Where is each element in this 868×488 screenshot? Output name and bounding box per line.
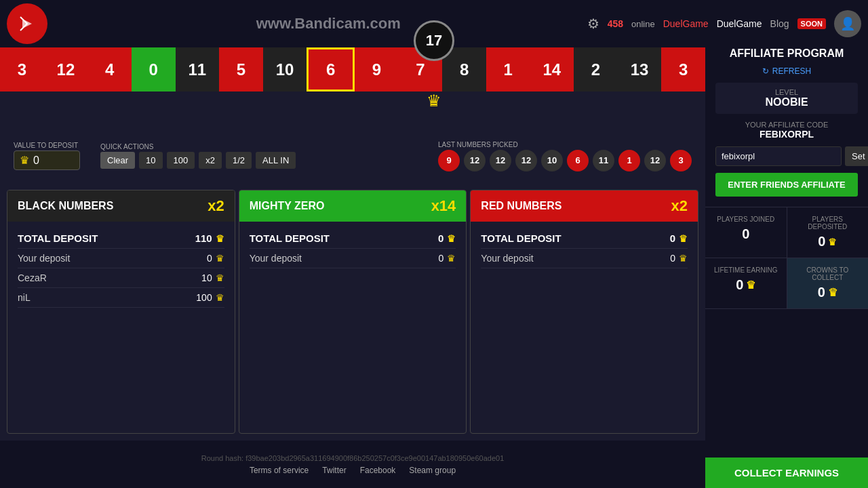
num-cell-13[interactable]: 2: [574, 47, 618, 92]
last-numbers-section: LAST NUMBERS PICKED 9121212106111123: [438, 141, 692, 171]
num-cell-7[interactable]: 6: [307, 47, 355, 92]
round-hash: Round hash: f39bae203bd2965a311694900f86…: [201, 454, 505, 462]
footer-tos[interactable]: Terms of service: [250, 466, 309, 475]
nav-duel-active[interactable]: DuelGame: [663, 18, 709, 29]
value-deposit-label: VALUE TO DEPOSIT: [14, 142, 80, 149]
black-player-1-name: CezaR: [18, 272, 47, 283]
crowns-collect-value: 0 ♛: [795, 285, 861, 300]
level-box: LEVEL NOOBIE: [715, 83, 858, 114]
num-cell-1[interactable]: 12: [44, 47, 88, 92]
red-your-deposit-value: 0: [670, 253, 675, 264]
last-num-7: 1: [618, 150, 640, 171]
black-player-2-value: 100: [196, 292, 212, 303]
num-cell-14[interactable]: 13: [618, 47, 662, 92]
black-player-2-row: niL 100 ♛: [18, 288, 224, 308]
value-deposit-input[interactable]: [33, 155, 74, 167]
footer: Round hash: f39bae203bd2965a311694900f86…: [0, 441, 705, 488]
red-total-row: TOTAL DEPOSIT 0 ♛: [481, 228, 688, 249]
black-your-deposit-value: 0: [207, 253, 212, 264]
crowns-collect-box: CROWNS TO COLLECT 0 ♛: [787, 258, 869, 308]
nav-duel[interactable]: DuelGame: [717, 18, 762, 29]
black-total-amount: 110 ♛: [195, 232, 224, 244]
clear-button[interactable]: Clear: [100, 152, 135, 169]
black-player-1-row: CezaR 10 ♛: [18, 268, 224, 288]
quick-buttons: Clear 10 100 x2 1/2 ALL IN: [100, 152, 296, 169]
last-numbers-label: LAST NUMBERS PICKED: [438, 141, 692, 148]
btn-half[interactable]: 1/2: [226, 152, 252, 169]
deposited-crown: ♛: [828, 237, 837, 247]
level-value: NOOBIE: [721, 96, 852, 108]
refresh-label: REFRESH: [772, 66, 811, 76]
black-total-value: 110: [195, 232, 212, 244]
black-total-row: TOTAL DEPOSIT 110 ♛: [18, 228, 224, 249]
quick-actions-section: QUICK ACTIONS Clear 10 100 x2 1/2 ALL IN: [100, 143, 296, 169]
gear-icon[interactable]: ⚙: [587, 16, 599, 32]
sidebar: 👤 ◀ ⊞ 💬 AFFILIATE PROGRAM ↻ REFRESH LEVE…: [705, 0, 868, 488]
num-cell-4[interactable]: 11: [176, 47, 220, 92]
num-cell-0[interactable]: 3: [0, 47, 44, 92]
green-total-crown: ♛: [447, 233, 456, 244]
footer-twitter[interactable]: Twitter: [322, 466, 346, 475]
footer-links: Terms of service Twitter Facebook Steam …: [250, 466, 456, 475]
betting-area: BLACK NUMBERS x2 TOTAL DEPOSIT 110 ♛ You…: [0, 183, 705, 441]
black-your-deposit-amount: 0 ♛: [207, 253, 224, 264]
black-player-1-value: 10: [201, 272, 212, 283]
collect-earnings-button[interactable]: COLLECT EARNINGS: [705, 458, 868, 488]
red-numbers-panel: RED NUMBERS x2 TOTAL DEPOSIT 0 ♛ Your de…: [470, 190, 698, 434]
code-input-row: Set: [715, 146, 858, 166]
btn-allin[interactable]: ALL IN: [256, 152, 296, 169]
black-panel-body: TOTAL DEPOSIT 110 ♛ Your deposit 0 ♛ Cez…: [7, 222, 235, 314]
red-panel-title: RED NUMBERS: [481, 200, 561, 212]
green-your-crown: ♛: [447, 253, 456, 264]
number-strip: 312401151069781142133: [0, 47, 705, 92]
black-player-2-amount: 100 ♛: [196, 292, 224, 303]
enter-affiliate-button[interactable]: ENTER FRIENDS AFFILIATE: [715, 173, 858, 197]
red-total-value: 0: [670, 232, 675, 244]
deposit-controls: VALUE TO DEPOSIT ♛ QUICK ACTIONS Clear 1…: [0, 132, 705, 180]
online-count: 458: [608, 18, 623, 29]
num-cell-11[interactable]: 1: [486, 47, 530, 92]
btn-100[interactable]: 100: [167, 152, 195, 169]
avatar[interactable]: 👤: [834, 10, 861, 37]
red-panel-body: TOTAL DEPOSIT 0 ♛ Your deposit 0 ♛: [471, 222, 698, 275]
refresh-button[interactable]: ↻ REFRESH: [715, 66, 858, 76]
last-num-5: 6: [567, 150, 589, 171]
quick-actions-label: QUICK ACTIONS: [100, 143, 296, 150]
crowns-crown: ♛: [828, 286, 837, 299]
players-deposited-value: 0 ♛: [795, 234, 861, 249]
btn-x2[interactable]: x2: [199, 152, 222, 169]
footer-facebook[interactable]: Facebook: [360, 466, 396, 475]
num-cell-5[interactable]: 5: [219, 47, 263, 92]
btn-10[interactable]: 10: [139, 152, 162, 169]
num-cell-15[interactable]: 3: [661, 47, 705, 92]
last-num-8: 12: [644, 150, 666, 171]
last-num-3: 12: [515, 150, 537, 171]
red-total-amount: 0 ♛: [670, 232, 688, 244]
black-your-crown: ♛: [216, 253, 224, 264]
num-cell-6[interactable]: 10: [263, 47, 307, 92]
footer-steam[interactable]: Steam group: [409, 466, 456, 475]
logo-button[interactable]: [7, 3, 47, 44]
last-num-4: 10: [541, 150, 563, 171]
affiliate-code-input[interactable]: [715, 146, 842, 166]
green-total-row: TOTAL DEPOSIT 0 ♛: [250, 228, 456, 249]
green-panel-title: MIGHTY ZERO: [250, 200, 325, 212]
green-total-label: TOTAL DEPOSIT: [250, 232, 330, 244]
online-label: online: [631, 19, 655, 29]
num-cell-3[interactable]: 0: [132, 47, 176, 92]
affiliate-section: AFFILIATE PROGRAM ↻ REFRESH LEVEL NOOBIE…: [705, 37, 868, 207]
num-cell-8[interactable]: 9: [355, 47, 399, 92]
players-joined-box: PLAYERS JOINED 0: [705, 207, 787, 258]
set-button[interactable]: Set: [845, 146, 868, 166]
refresh-icon: ↻: [762, 66, 769, 76]
nav-blog[interactable]: Blog: [770, 18, 789, 29]
green-panel-header: MIGHTY ZERO x14: [239, 190, 467, 222]
black-panel-title: BLACK NUMBERS: [18, 200, 113, 212]
num-cell-12[interactable]: 14: [530, 47, 574, 92]
black-your-deposit-label: Your deposit: [18, 253, 70, 264]
red-total-crown: ♛: [679, 233, 688, 244]
num-cell-2[interactable]: 4: [87, 47, 132, 92]
black-your-deposit-row: Your deposit 0 ♛: [18, 249, 224, 268]
lifetime-crown: ♛: [746, 279, 755, 291]
lifetime-earning-box: LIFETIME EARNING 0 ♛: [705, 258, 787, 308]
